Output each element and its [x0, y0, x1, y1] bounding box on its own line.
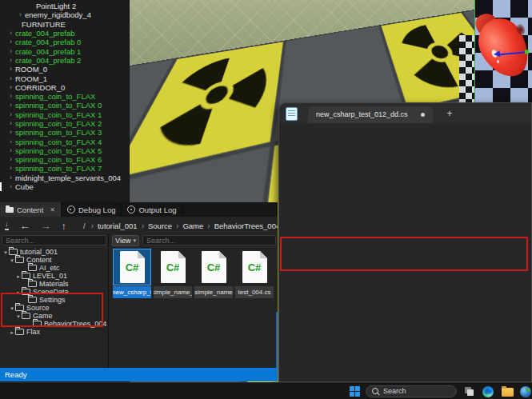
breadcrumb-item[interactable]: › tutorial_001 — [87, 221, 138, 230]
dock-edge-highlight — [276, 312, 278, 368]
scene-tree-item[interactable]: › spinning_coin_to_FLAX 5 — [0, 146, 129, 155]
scene-tree-item[interactable]: PointLight 2 — [0, 2, 129, 10]
import-button[interactable]: ↓ — [5, 221, 9, 230]
asset-preview-panel[interactable] — [474, 0, 532, 102]
scene-tree-item[interactable]: FURNITURE — [0, 20, 129, 29]
close-icon[interactable]: ✕ — [50, 206, 55, 213]
expand-chevron-icon[interactable]: ▾ — [16, 313, 21, 319]
expand-chevron-icon[interactable]: › — [8, 111, 14, 118]
globe-app-icon[interactable] — [520, 386, 531, 397]
windows-start-button[interactable] — [350, 386, 360, 397]
scene-tree-item[interactable]: › crate_004_prefab 2 — [0, 56, 129, 65]
expand-chevron-icon[interactable]: › — [8, 75, 14, 82]
expand-chevron-icon[interactable]: ▸ — [10, 329, 14, 335]
expand-chevron-icon[interactable]: ▸ — [16, 273, 21, 279]
expand-chevron-icon[interactable]: › — [8, 174, 14, 182]
task-view-button[interactable] — [465, 387, 474, 397]
folder-tree-item[interactable]: ▸ Flax — [0, 328, 107, 336]
expand-chevron-icon[interactable]: › — [8, 93, 14, 100]
scene-tree-item-label: enemy_rigidbody_4 — [25, 10, 91, 19]
scene-tree-item[interactable]: › spinning_coin_to_FLAX 4 — [0, 137, 129, 146]
tab-debug-log-label: Debug Log — [78, 205, 115, 214]
expand-chevron-icon[interactable]: › — [18, 11, 23, 18]
gizmo-origin-handle[interactable] — [525, 50, 529, 54]
expand-chevron-icon[interactable]: › — [8, 138, 14, 146]
expand-chevron-icon[interactable]: › — [8, 66, 14, 73]
expand-chevron-icon[interactable]: ▾ — [10, 257, 14, 263]
new-tab-button[interactable]: + — [447, 109, 453, 118]
navigate-up-button[interactable]: ↑ — [62, 221, 67, 231]
tab-output-log[interactable]: Output Log — [122, 202, 182, 217]
folder-icon — [9, 249, 18, 255]
scene-tree-item-label: ROOM_1 — [15, 74, 47, 83]
navigate-back-button[interactable]: ← — [20, 221, 30, 231]
scene-tree-item[interactable]: › spinning_coin_to_FLAX 0 — [0, 101, 129, 110]
file-card[interactable]: C# test_004.cs — [235, 249, 274, 298]
folder-tree-item[interactable]: AI_etc — [0, 264, 107, 272]
expand-chevron-icon[interactable]: › — [8, 183, 14, 190]
notepad-titlebar[interactable]: new_csharp_test_012_dd.cs + — [279, 103, 531, 124]
pane-divider[interactable] — [108, 233, 109, 368]
edge-browser-icon[interactable] — [482, 386, 494, 397]
expand-chevron-icon[interactable]: › — [8, 147, 14, 154]
file-explorer-icon[interactable] — [502, 388, 514, 397]
expand-chevron-icon[interactable]: › — [8, 129, 14, 136]
scene-tree-item[interactable]: › crate_004_prefab 1 — [0, 46, 129, 55]
scene-tree-item[interactable]: › spinning_coin_to_FLAX 2 — [0, 119, 129, 128]
scene-tree-item[interactable]: › crate_004_prefab 0 — [0, 38, 129, 46]
file-card[interactable]: C# simple_name_ — [154, 249, 192, 298]
editor-file-tab[interactable]: new_csharp_test_012_dd.cs — [308, 106, 433, 123]
folder-tree-search-input[interactable] — [2, 235, 106, 245]
breadcrumb-root[interactable]: / — [83, 221, 86, 230]
scene-tree-item[interactable]: › CORRIDOR_0 — [0, 83, 129, 92]
expand-chevron-icon[interactable]: › — [8, 165, 14, 172]
expand-chevron-icon[interactable]: › — [8, 102, 14, 109]
files-search-input[interactable] — [142, 235, 276, 245]
file-card[interactable]: C# new_csharp_t — [113, 249, 151, 298]
csharp-file-icon: C# — [242, 251, 267, 283]
scene-tree-item[interactable]: › enemy_rigidbody_4 — [0, 10, 129, 19]
folder-tree-item-label: AI_etc — [39, 264, 60, 272]
expand-chevron-icon[interactable]: › — [8, 48, 14, 55]
expand-chevron-icon[interactable]: › — [8, 38, 14, 46]
breadcrumb-item-label[interactable]: Game — [182, 221, 203, 230]
file-card[interactable]: C# simple_name — [194, 249, 233, 298]
tab-content[interactable]: Content ✕ — [0, 202, 62, 217]
scene-tree-item[interactable]: › spinning_coin_to_FLAX 1 — [0, 110, 129, 119]
scene-tree-item[interactable]: › ROOM_0 — [0, 65, 129, 74]
breadcrumb-item[interactable]: › Source — [138, 221, 172, 230]
scene-tree-item[interactable]: › spinning_coin_to_FLAX — [0, 92, 129, 101]
scene-tree-item[interactable]: › ROOM_1 — [0, 74, 129, 82]
breadcrumb-item-label[interactable]: tutorial_001 — [98, 221, 138, 230]
scene-tree-item[interactable]: › spinning_coin_to_FLAX 7 — [0, 164, 129, 173]
scene-hierarchy-panel: PointLight 2 › enemy_rigidbody_4 FURNITU… — [0, 0, 130, 202]
taskbar-search[interactable]: Search — [366, 385, 457, 397]
scene-tree-item[interactable]: › spinning_coin_to_FLAX 3 — [0, 128, 129, 137]
expand-chevron-icon[interactable]: › — [8, 156, 14, 163]
scene-tree-item[interactable]: › midnight_temple_servants_004 — [0, 174, 129, 182]
expand-chevron-icon[interactable]: › — [8, 84, 14, 91]
navigate-forward-button[interactable]: → — [41, 221, 51, 231]
code-text-area[interactable] — [279, 140, 531, 381]
folder-tree-item[interactable]: ▾ Game — [0, 312, 107, 320]
view-dropdown-button[interactable]: View ▾ — [112, 235, 139, 246]
folder-tree-item[interactable]: ▸ SceneData — [0, 288, 107, 296]
expand-chevron-icon[interactable]: ▸ — [16, 289, 21, 295]
breadcrumb-item-label[interactable]: BehaviorTrees_004 — [214, 221, 278, 230]
scene-tree-item[interactable]: › Cube — [0, 182, 129, 191]
folder-tree-item[interactable]: ▾ Source — [0, 304, 107, 312]
expand-chevron-icon[interactable]: ▾ — [3, 249, 8, 255]
folder-tree-item[interactable]: ▾ Content — [0, 256, 107, 264]
breadcrumb-item[interactable]: › Game — [172, 221, 203, 230]
scene-tree-item[interactable]: › spinning_coin_to_FLAX 6 — [0, 155, 129, 164]
folder-tree-item[interactable]: Materials — [0, 280, 107, 288]
breadcrumb-item-label[interactable]: Source — [148, 221, 172, 230]
expand-chevron-icon[interactable]: ▾ — [10, 305, 14, 311]
tab-debug-log[interactable]: Debug Log — [62, 202, 122, 217]
scene-tree-item[interactable]: › crate_004_prefab — [0, 29, 129, 38]
breadcrumb-item[interactable]: › BehaviorTrees_004 — [203, 221, 278, 230]
expand-chevron-icon[interactable]: › — [8, 30, 14, 37]
expand-chevron-icon[interactable]: › — [8, 120, 14, 127]
folder-tree-item[interactable]: ▸ LEVEL_01 — [0, 272, 107, 280]
expand-chevron-icon[interactable]: › — [8, 57, 14, 64]
